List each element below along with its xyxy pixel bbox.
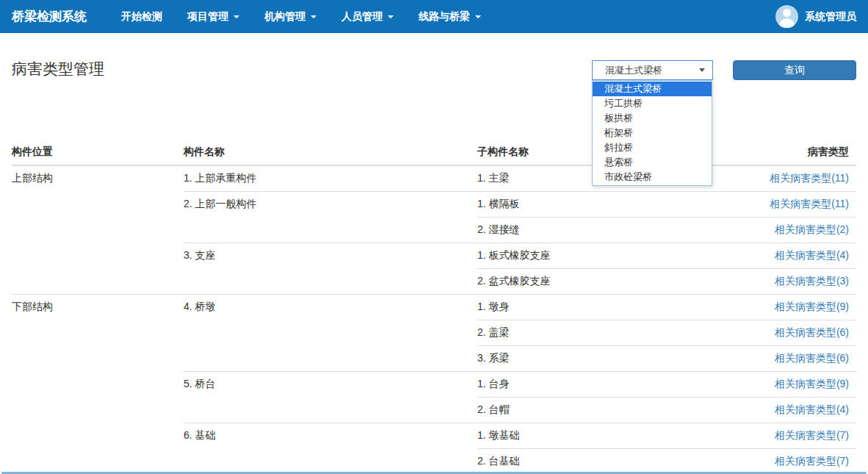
nav-item-label: 机构管理 xyxy=(264,10,305,24)
bridge-type-selected-value: 混凝土式梁桥 xyxy=(605,64,699,77)
related-disease-link[interactable]: 相关病害类型(11) xyxy=(770,198,849,209)
subcomponent-cell: 2. 盖梁 xyxy=(477,320,698,346)
bridge-type-option[interactable]: 斜拉桥 xyxy=(593,140,712,155)
nav-menu: 开始检测 项目管理 机构管理 人员管理 线路与桥梁 xyxy=(109,10,493,24)
query-button[interactable]: 查询 xyxy=(733,60,856,80)
caret-down-icon xyxy=(234,15,239,18)
component-cell: 2. 上部一般构件 xyxy=(184,192,477,243)
nav-item-label: 线路与桥梁 xyxy=(419,10,470,24)
bridge-type-option[interactable]: 桁架桥 xyxy=(593,126,712,140)
related-disease-link[interactable]: 相关病害类型(3) xyxy=(775,275,849,287)
user-menu[interactable]: 系统管理员 xyxy=(775,5,856,28)
bridge-type-select-wrap: 混凝土式梁桥 混凝土式梁桥 圬工拱桥 板拱桥 桁架桥 斜拉桥 悬索桥 市政砼梁桥 xyxy=(592,60,713,80)
app-brand[interactable]: 桥梁检测系统 xyxy=(12,8,87,25)
position-cell: 上部结构 xyxy=(12,165,184,295)
nav-item-label: 人员管理 xyxy=(341,10,383,24)
nav-item-label: 项目管理 xyxy=(187,10,228,24)
nav-item-organization-management[interactable]: 机构管理 xyxy=(252,10,329,24)
related-disease-link[interactable]: 相关病害类型(6) xyxy=(775,352,849,364)
bridge-type-option[interactable]: 市政砼梁桥 xyxy=(593,170,712,184)
component-cell: 6. 基础 xyxy=(184,423,477,474)
disease-type-table: 构件位置 构件名称 子构件名称 病害类型 上部结构 1. 上部承重构件 1. 主… xyxy=(12,141,856,474)
caret-down-icon xyxy=(388,15,394,18)
header-disease-type: 病害类型 xyxy=(698,141,856,165)
caret-down-icon xyxy=(475,15,481,18)
related-disease-link[interactable]: 相关病害类型(6) xyxy=(775,326,849,338)
header-component-position: 构件位置 xyxy=(12,141,184,165)
user-avatar-icon xyxy=(775,5,798,28)
component-cell: 1. 上部承重构件 xyxy=(184,165,477,192)
related-disease-link[interactable]: 相关病害类型(7) xyxy=(775,455,849,467)
subcomponent-cell: 2. 盆式橡胶支座 xyxy=(477,269,698,295)
related-disease-link[interactable]: 相关病害类型(11) xyxy=(770,172,849,184)
related-disease-link[interactable]: 相关病害类型(4) xyxy=(775,403,849,415)
nav-item-project-management[interactable]: 项目管理 xyxy=(175,10,252,24)
bridge-type-select[interactable]: 混凝土式梁桥 xyxy=(592,60,713,80)
bridge-type-option[interactable]: 板拱桥 xyxy=(593,111,712,126)
subcomponent-cell: 1. 横隔板 xyxy=(477,192,698,218)
related-disease-link[interactable]: 相关病害类型(2) xyxy=(775,223,849,235)
bridge-type-option[interactable]: 悬索桥 xyxy=(593,155,712,170)
current-user-name: 系统管理员 xyxy=(805,10,856,24)
subcomponent-cell: 1. 台身 xyxy=(477,372,698,398)
nav-item-personnel-management[interactable]: 人员管理 xyxy=(329,10,406,24)
top-navbar: 桥梁检测系统 开始检测 项目管理 机构管理 人员管理 线路与桥梁 系统管理员 xyxy=(0,0,868,33)
page-title: 病害类型管理 xyxy=(12,60,104,78)
position-cell: 下部结构 xyxy=(12,295,184,474)
bridge-type-dropdown: 混凝土式梁桥 圬工拱桥 板拱桥 桁架桥 斜拉桥 悬索桥 市政砼梁桥 xyxy=(592,80,712,186)
related-disease-link[interactable]: 相关病害类型(4) xyxy=(775,249,849,261)
component-cell: 5. 桥台 xyxy=(184,372,477,423)
query-controls: 混凝土式梁桥 混凝土式梁桥 圬工拱桥 板拱桥 桁架桥 斜拉桥 悬索桥 市政砼梁桥… xyxy=(592,60,856,80)
subcomponent-cell: 2. 台帽 xyxy=(477,398,698,423)
header-component-name: 构件名称 xyxy=(184,141,477,165)
bridge-type-option[interactable]: 混凝土式梁桥 xyxy=(593,82,712,96)
subcomponent-cell: 1. 板式橡胶支座 xyxy=(477,243,698,269)
related-disease-link[interactable]: 相关病害类型(7) xyxy=(775,429,849,441)
subcomponent-cell: 2. 台基础 xyxy=(477,449,698,474)
caret-down-icon xyxy=(311,15,317,18)
subcomponent-cell: 1. 墩基础 xyxy=(477,423,698,449)
nav-item-label: 开始检测 xyxy=(121,10,162,24)
nav-item-routes-and-bridges[interactable]: 线路与桥梁 xyxy=(406,10,493,24)
related-disease-link[interactable]: 相关病害类型(9) xyxy=(775,378,849,389)
table-row: 下部结构 4. 桥墩 1. 墩身 相关病害类型(9) xyxy=(12,295,856,320)
select-arrow-icon xyxy=(699,68,705,72)
related-disease-link[interactable]: 相关病害类型(9) xyxy=(775,301,849,312)
nav-item-start-inspection[interactable]: 开始检测 xyxy=(109,10,175,24)
subcomponent-cell: 3. 系梁 xyxy=(477,346,698,372)
subcomponent-cell: 2. 湿接缝 xyxy=(477,218,698,243)
page-content: 病害类型管理 混凝土式梁桥 混凝土式梁桥 圬工拱桥 板拱桥 桁架桥 斜拉桥 悬索… xyxy=(0,60,868,474)
subcomponent-cell: 1. 墩身 xyxy=(477,295,698,320)
component-cell: 4. 桥墩 xyxy=(184,295,477,372)
table-row: 上部结构 1. 上部承重构件 1. 主梁 相关病害类型(11) xyxy=(12,165,856,192)
component-cell: 3. 支座 xyxy=(184,243,477,295)
bridge-type-option[interactable]: 圬工拱桥 xyxy=(593,96,712,111)
table-header-row: 构件位置 构件名称 子构件名称 病害类型 xyxy=(12,141,856,165)
